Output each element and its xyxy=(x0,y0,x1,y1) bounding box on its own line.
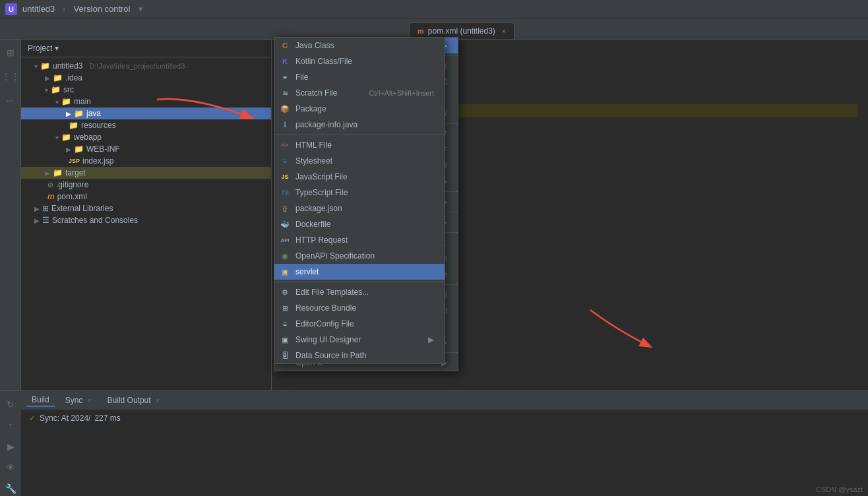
submenu-item-js[interactable]: JS JavaScript File xyxy=(274,169,445,185)
version-control-label[interactable]: Version control xyxy=(74,4,131,14)
sidebar-icon-wrench[interactable]: 🔧 xyxy=(3,481,19,496)
tree-item-webapp[interactable]: ▾ 📁 webapp xyxy=(21,131,271,143)
tree-item-gitignore[interactable]: ⊘ .gitignore xyxy=(21,179,271,191)
submenu-item-servlet[interactable]: ▣ servlet xyxy=(274,264,445,280)
submenu-item-editorconfig[interactable]: ≡ EditorConfig File xyxy=(274,316,445,332)
submenu-label-scratch: Scratch File xyxy=(295,88,337,98)
folder-icon-src: 📁 xyxy=(51,85,61,94)
tree-path: D:\Java\idea_project\untitled3 xyxy=(89,62,185,70)
submenu-item-dockerfile[interactable]: 🐳 Dockerfile xyxy=(274,216,445,232)
tree-item-target[interactable]: ▶ 📁 target xyxy=(21,167,271,179)
submenu-item-resource-bundle[interactable]: ⊞ Resource Bundle xyxy=(274,300,445,316)
submenu-label-package-info: package-info.java xyxy=(295,120,357,129)
project-chevron[interactable]: ▾ xyxy=(55,44,59,53)
project-name[interactable]: untitled3 xyxy=(22,4,55,14)
submenu-item-datasource[interactable]: 🗄 Data Source in Path xyxy=(274,348,445,363)
sidebar-icon-bookmark2[interactable]: ↑ xyxy=(6,418,16,433)
js-icon: JS xyxy=(280,173,290,180)
sidebar-icon-dots[interactable]: ··· xyxy=(4,92,17,108)
submenu-item-package[interactable]: 📦 Package xyxy=(274,101,445,117)
submenu-label-package: Package xyxy=(295,104,326,113)
folder-icon-java: 📁 xyxy=(74,109,84,118)
submenu-item-openapi[interactable]: ◉ OpenAPI Specification xyxy=(274,248,445,264)
submenu-label-kotlin-class: Kotlin Class/File xyxy=(295,57,352,66)
expand-arrow-webinf: ▶ xyxy=(66,146,71,153)
watermark: CSDN @ysazt xyxy=(816,485,863,493)
jsp-icon: JSP xyxy=(69,158,80,164)
tree-label-external-libs: External Libraries xyxy=(51,204,113,213)
html-icon: <> xyxy=(280,142,290,148)
submenu-item-kotlin-class[interactable]: K Kotlin Class/File xyxy=(274,53,445,69)
bottom-content: ✓ Sync: At 2024/ 227 ms xyxy=(21,410,868,427)
submenu-label-openapi: OpenAPI Specification xyxy=(295,251,375,261)
submenu-label-ts: TypeScript File xyxy=(295,188,348,197)
submenu-item-http[interactable]: API HTTP Request xyxy=(274,232,445,248)
tree-item-webinf[interactable]: ▶ 📁 WEB-INF xyxy=(21,143,271,155)
tab-build[interactable]: Build xyxy=(26,394,55,407)
submenu-item-ts[interactable]: TS TypeScript File xyxy=(274,185,445,201)
submenu-sep-2 xyxy=(274,282,445,282)
submenu-item-file[interactable]: ≡ File xyxy=(274,69,445,85)
tab-close-button[interactable]: × xyxy=(502,28,506,35)
dockerfile-icon: 🐳 xyxy=(280,220,290,229)
tree-item-java[interactable]: ▶ 📁 java xyxy=(21,108,271,119)
submenu-label-stylesheet: Stylesheet xyxy=(295,156,332,166)
submenu-label-http: HTTP Request xyxy=(295,235,348,245)
project-title: Project xyxy=(28,44,52,53)
submenu-item-swing-ui[interactable]: ▣ Swing UI Designer ▶ xyxy=(274,332,445,348)
submenu-label-dockerfile: Dockerfile xyxy=(295,220,330,229)
submenu-item-edit-templates[interactable]: ⚙ Edit File Templates... xyxy=(274,284,445,300)
submenu-item-java-class[interactable]: C Java Class xyxy=(274,38,445,53)
tree-label-webinf: WEB-INF xyxy=(86,144,120,154)
tree-item-resources[interactable]: 📁 resources xyxy=(21,119,271,131)
expand-arrow-main: ▾ xyxy=(55,98,59,106)
servlet-icon: ▣ xyxy=(280,268,290,276)
java-class-icon: C xyxy=(280,42,290,49)
tree-label-resources: resources xyxy=(81,121,116,130)
tree-item-idea[interactable]: ▶ 📁 .idea xyxy=(21,72,271,84)
version-control-chevron[interactable]: ▾ xyxy=(139,4,143,14)
resource-bundle-icon: ⊞ xyxy=(280,304,290,313)
bottom-panel: Build Sync × Build Output × ✓ Sync: At 2… xyxy=(21,390,868,496)
tree-label-gitignore: .gitignore xyxy=(56,180,88,189)
sync-row: ✓ Sync: At 2024/ 227 ms xyxy=(29,414,860,423)
folder-icon-main: 📁 xyxy=(61,97,71,106)
tree-label-scratches: Scratches and Consoles xyxy=(52,216,138,225)
tab-sync[interactable]: Sync × xyxy=(60,394,97,406)
submenu-label-servlet: servlet xyxy=(295,267,319,276)
submenu-item-package-info[interactable]: ℹ package-info.java xyxy=(274,117,445,133)
package-icon: 📦 xyxy=(280,105,290,113)
swing-ui-icon: ▣ xyxy=(280,336,290,344)
file-icon: ≡ xyxy=(280,73,290,81)
tab-sync-close[interactable]: × xyxy=(88,397,92,404)
tab-build-output-close[interactable]: × xyxy=(156,397,160,404)
sidebar-icon-eye[interactable]: 👁 xyxy=(3,460,18,476)
submenu-item-package-json[interactable]: {} package.json xyxy=(274,201,445,216)
sidebar-icon-refresh[interactable]: ↻ xyxy=(4,396,17,412)
expand-arrow-target: ▶ xyxy=(45,170,50,177)
bottom-tab-bar: Build Sync × Build Output × xyxy=(21,391,868,410)
sync-time: 227 ms xyxy=(94,414,120,423)
tree-item-untitled3[interactable]: ▾ 📁 untitled3 D:\Java\idea_project\untit… xyxy=(21,60,271,72)
expand-arrow-scratches: ▶ xyxy=(34,217,40,224)
ts-icon: TS xyxy=(280,189,290,196)
stylesheet-icon: ≡ xyxy=(280,157,290,165)
tree-label-indexjsp: index.jsp xyxy=(82,156,113,166)
sidebar-icon-layout[interactable]: ⊞ xyxy=(4,45,17,61)
submenu-item-stylesheet[interactable]: ≡ Stylesheet xyxy=(274,153,445,169)
folder-icon-resources: 📁 xyxy=(69,121,78,130)
submenu-item-html[interactable]: <> HTML File xyxy=(274,137,445,153)
submenu-item-scratch[interactable]: ≋ Scratch File Ctrl+Alt+Shift+Insert xyxy=(274,85,445,101)
sidebar-icon-nodes[interactable]: ⋮⋮ xyxy=(0,69,22,84)
submenu-label-java-class: Java Class xyxy=(295,41,334,50)
tab-sync-label: Sync xyxy=(65,396,83,405)
sidebar-icon-run[interactable]: ▶ xyxy=(5,439,17,454)
tree-item-src[interactable]: ▾ 📁 src xyxy=(21,84,271,96)
tree-item-external-libs[interactable]: ▶ ⊞ External Libraries xyxy=(21,202,271,214)
tree-item-pomxml[interactable]: m pom.xml xyxy=(21,191,271,202)
tree-item-main[interactable]: ▾ 📁 main xyxy=(21,96,271,108)
tab-build-output[interactable]: Build Output × xyxy=(102,394,165,406)
tree-item-scratches[interactable]: ▶ ☰ Scratches and Consoles xyxy=(21,214,271,226)
tree-item-indexjsp[interactable]: JSP index.jsp xyxy=(21,155,271,167)
tab-build-output-label: Build Output xyxy=(108,396,151,405)
